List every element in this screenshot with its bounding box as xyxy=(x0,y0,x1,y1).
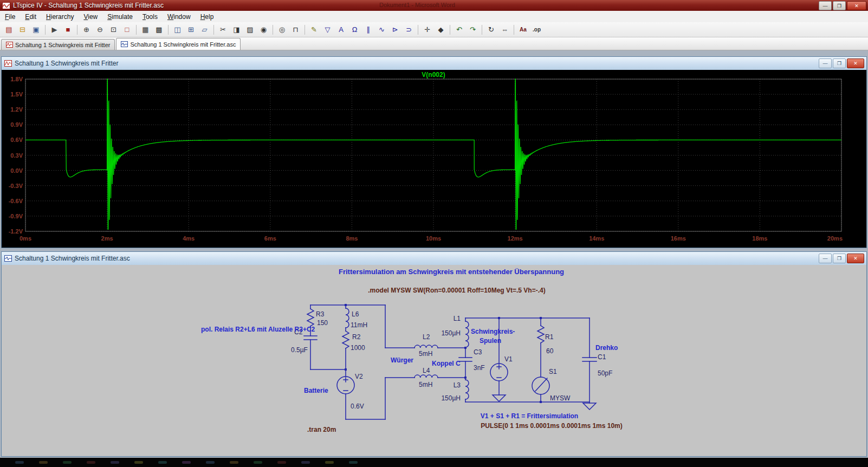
tile-horizontally-icon[interactable]: ⊞ xyxy=(184,23,198,36)
inductor-L2-symbol xyxy=(414,345,438,348)
menu-view[interactable]: View xyxy=(79,11,102,22)
x-axis-tick-label: 18ms xyxy=(752,235,767,242)
label-L6: L6 xyxy=(352,310,359,318)
waveform-minimize-button[interactable]: — xyxy=(819,59,832,68)
copy-icon[interactable]: ◨ xyxy=(230,23,243,36)
ltspice-application: LTspice IV - Schaltung 1 Schwingkreis mi… xyxy=(0,0,868,467)
resistor-icon[interactable]: Ω xyxy=(348,23,361,36)
value-R3: 150 xyxy=(317,319,328,327)
wire-icon[interactable]: ✎ xyxy=(307,23,321,36)
mdi-area: Schaltung 1 Schwingkreis mit Fritter — ❐… xyxy=(0,50,868,458)
pulse-directive-text[interactable]: PULSE(0 1 1ms 0.0001ms 0.0001ms 1ms 10m) xyxy=(481,422,623,430)
maximize-button[interactable]: ❐ xyxy=(833,1,846,10)
zoom-full-extents-icon[interactable]: □ xyxy=(120,23,134,36)
value-C1: 50pF xyxy=(598,369,612,377)
model-directive-text[interactable]: .model MYSW SW(Ron=0.00001 Roff=10Meg Vt… xyxy=(368,287,545,294)
waveform-plot-area[interactable]: 1.8V1.5V1.2V0.9V0.6V0.3V0.0V-0.3V-0.6V-0… xyxy=(2,70,866,248)
new-schematic-icon[interactable]: ▤ xyxy=(2,23,16,36)
rotate-icon[interactable]: ↻ xyxy=(484,23,498,36)
waveform-close-button[interactable]: ✕ xyxy=(847,59,864,68)
inductor-icon[interactable]: ∿ xyxy=(375,23,388,36)
ground-icon[interactable]: ▽ xyxy=(321,23,334,36)
window-title: LTspice IV - Schaltung 1 Schwingkreis mi… xyxy=(13,2,164,9)
cascade-windows-icon[interactable]: ▱ xyxy=(198,23,211,36)
schematic-close-button[interactable]: ✕ xyxy=(847,254,864,263)
comment-wuerger: Würger xyxy=(391,356,413,364)
menu-help[interactable]: Help xyxy=(196,11,219,22)
halt-icon[interactable]: ■ xyxy=(61,23,75,36)
y-axis-tick-label: 0.3V xyxy=(10,152,23,159)
spice-directive-icon[interactable]: .op xyxy=(530,23,543,36)
autorange-icon[interactable]: ▩ xyxy=(152,23,166,36)
taskbar-strip xyxy=(0,458,868,467)
diode-icon[interactable]: ⊳ xyxy=(388,23,402,36)
schematic-canvas[interactable]: Frittersimulation am Schwingkreis mit en… xyxy=(2,265,866,456)
paste-icon[interactable]: ▨ xyxy=(243,23,257,36)
taskbar-app-sliver xyxy=(158,461,167,464)
label-C1: C1 xyxy=(598,353,606,361)
menu-file[interactable]: File xyxy=(0,11,20,22)
tile-vertically-icon[interactable]: ◫ xyxy=(171,23,184,36)
print-preview-icon[interactable]: ◎ xyxy=(275,23,289,36)
text-icon[interactable]: Aa xyxy=(516,23,530,36)
label-R3: R3 xyxy=(316,310,325,318)
y-axis-tick-label: -1.2V xyxy=(9,228,23,235)
y-axis-tick-label: -0.3V xyxy=(9,183,23,189)
tran-directive-text[interactable]: .tran 20m xyxy=(307,426,336,433)
label-L2: L2 xyxy=(423,333,430,341)
taskbar-app-sliver xyxy=(39,461,48,464)
taskbar-app-sliver xyxy=(15,461,24,464)
drag-icon[interactable]: ◆ xyxy=(434,23,448,36)
tab-schematic[interactable]: Schaltung 1 Schwingkreis mit Fritter.asc xyxy=(116,38,241,50)
undo-icon[interactable]: ↶ xyxy=(452,23,466,36)
waveform-maximize-button[interactable]: ❐ xyxy=(833,59,846,68)
schematic-maximize-button[interactable]: ❐ xyxy=(833,254,846,263)
toolbar-separator xyxy=(77,25,77,35)
find-icon[interactable]: ◉ xyxy=(257,23,270,36)
trace-legend[interactable]: V(n002) xyxy=(422,71,445,79)
y-axis-tick-label: -0.9V xyxy=(9,213,23,219)
open-icon[interactable]: ⊟ xyxy=(16,23,29,36)
menu-hierarchy[interactable]: Hierarchy xyxy=(41,11,79,22)
capacitor-C1-symbol xyxy=(582,358,597,361)
value-L4: 5mH xyxy=(419,381,432,388)
redo-icon[interactable]: ↷ xyxy=(466,23,480,36)
close-button[interactable]: ✕ xyxy=(847,1,866,10)
move-icon[interactable]: ✛ xyxy=(420,23,434,36)
print-icon[interactable]: ⊓ xyxy=(289,23,302,36)
grid-icon[interactable]: ▦ xyxy=(139,23,152,36)
capacitor-icon[interactable]: ∥ xyxy=(361,23,375,36)
waveform-window-titlebar[interactable]: Schaltung 1 Schwingkreis mit Fritter — ❐… xyxy=(2,57,866,70)
toolbar-separator xyxy=(213,25,214,35)
net-label-icon[interactable]: A xyxy=(334,23,348,36)
y-axis-tick-label: 1.8V xyxy=(10,76,23,82)
value-L2: 5mH xyxy=(419,350,432,358)
y-axis-tick-label: 0.6V xyxy=(10,137,23,143)
schematic-window-icon xyxy=(4,255,12,262)
cut-icon[interactable]: ✂ xyxy=(216,23,230,36)
schematic-window-titlebar[interactable]: Schaltung 1 Schwingkreis mit Fritter.asc… xyxy=(2,252,866,265)
value-R2: 1000 xyxy=(351,344,365,352)
main-titlebar[interactable]: LTspice IV - Schaltung 1 Schwingkreis mi… xyxy=(0,0,868,11)
menu-window[interactable]: Window xyxy=(163,11,196,22)
menu-tools[interactable]: Tools xyxy=(138,11,163,22)
tab-schematic-label: Schaltung 1 Schwingkreis mit Fritter.asc xyxy=(130,41,236,48)
save-icon[interactable]: ▣ xyxy=(29,23,43,36)
zoom-area-icon[interactable]: ⊡ xyxy=(107,23,120,36)
value-L6: 11mH xyxy=(351,321,367,329)
toolbar-separator xyxy=(482,25,482,35)
toolbar-separator xyxy=(136,25,137,35)
value-R1: 60 xyxy=(546,347,554,355)
zoom-out-icon[interactable]: ⊖ xyxy=(93,23,107,36)
schematic-minimize-button[interactable]: — xyxy=(819,254,832,263)
zoom-in-icon[interactable]: ⊕ xyxy=(80,23,93,36)
mirror-icon[interactable]: ⇔ xyxy=(498,23,511,36)
component-icon[interactable]: ⊃ xyxy=(402,23,416,36)
menu-edit[interactable]: Edit xyxy=(20,11,41,22)
menu-simulate[interactable]: Simulate xyxy=(102,11,138,22)
capacitor-C3-symbol xyxy=(459,358,472,361)
comment-schwingkreis-line2: Spulen xyxy=(480,337,501,345)
minimize-button[interactable]: — xyxy=(819,1,832,10)
tab-waveform[interactable]: Schaltung 1 Schwingkreis mit Fritter xyxy=(1,39,115,50)
run-icon[interactable]: ▶ xyxy=(48,23,61,36)
